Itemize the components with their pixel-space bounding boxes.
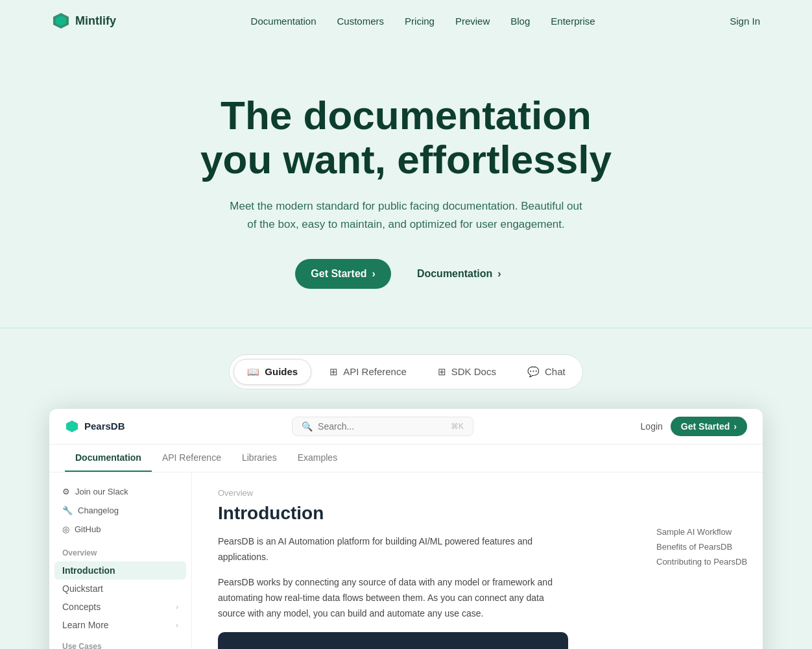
- sidebar-github[interactable]: ◎ GitHub: [57, 520, 184, 538]
- book-icon: 📖: [247, 366, 259, 378]
- get-started-button[interactable]: Get Started ›: [295, 259, 391, 289]
- demo-nav-right: Login Get Started ›: [641, 417, 747, 436]
- chat-icon: 💬: [527, 366, 540, 378]
- logo-icon: [52, 12, 70, 30]
- main-title: Introduction: [218, 503, 620, 524]
- demo-tab-api-reference[interactable]: API Reference: [152, 445, 232, 472]
- sidebar-join-slack[interactable]: ⚙ Join our Slack: [57, 483, 184, 500]
- demo-main: Overview Introduction PearsDB is an AI A…: [192, 472, 646, 649]
- sidebar-changelog[interactable]: 🔧 Changelog: [57, 502, 184, 519]
- main-text-1: PearsDB is an AI Automation platform for…: [218, 534, 568, 565]
- demo-get-started-button[interactable]: Get Started ›: [671, 417, 747, 436]
- toc-item-benefits[interactable]: Benefits of PearsDB: [656, 539, 752, 554]
- demo-toc: Sample AI Workflow Benefits of PearsDB C…: [646, 472, 763, 649]
- logo-link[interactable]: Mintlify: [52, 12, 116, 30]
- nav-customers[interactable]: Customers: [337, 16, 385, 27]
- search-icon: 🔍: [302, 421, 313, 432]
- nav-preview[interactable]: Preview: [455, 16, 490, 27]
- sidebar-utility: ⚙ Join our Slack 🔧 Changelog ◎ GitHub: [49, 483, 191, 538]
- feature-tabs-section: 📖 Guides ⊞ API Reference ⊞ SDK Docs 💬 Ch…: [0, 328, 812, 389]
- demo-sidebar: ⚙ Join our Slack 🔧 Changelog ◎ GitHub Ov…: [49, 472, 192, 649]
- breadcrumb: Overview: [218, 488, 620, 498]
- main-text-2: PearsDB works by connecting any source o…: [218, 575, 568, 621]
- demo-logo-text: PearsDB: [84, 421, 125, 432]
- svg-marker-2: [66, 421, 78, 432]
- toc-item-sample-workflow[interactable]: Sample AI Workflow: [656, 524, 752, 539]
- hero-section: The documentation you want, effortlessly…: [0, 42, 812, 328]
- demo-section: PearsDB 🔍 ⌘K Login Get Started › Documen…: [0, 409, 812, 649]
- sidebar-item-quickstart[interactable]: Quickstart: [49, 580, 191, 598]
- hero-subtext: Meet the modern standard for public faci…: [224, 197, 588, 232]
- main-nav: Mintlify Documentation Customers Pricing…: [0, 0, 812, 42]
- search-input[interactable]: [318, 421, 446, 432]
- signin-link[interactable]: Sign In: [730, 16, 760, 27]
- hero-buttons: Get Started › Documentation ›: [13, 259, 799, 289]
- code-icon: ⊞: [329, 366, 338, 378]
- search-shortcut: ⌘K: [451, 422, 464, 431]
- toc-item-contributing[interactable]: Contributing to PearsDB: [656, 554, 752, 569]
- tab-sdk-docs[interactable]: ⊞ SDK Docs: [425, 359, 509, 385]
- demo-nav: PearsDB 🔍 ⌘K Login Get Started ›: [49, 409, 763, 445]
- sidebar-item-learn-more[interactable]: Learn More ›: [49, 616, 191, 634]
- demo-image: 130+ Data Integrations Real-Time Data 20…: [218, 632, 568, 649]
- demo-window: PearsDB 🔍 ⌘K Login Get Started › Documen…: [49, 409, 763, 649]
- demo-tabs: Documentation API Reference Libraries Ex…: [49, 445, 763, 472]
- demo-search-bar[interactable]: 🔍 ⌘K: [292, 417, 473, 436]
- nav-pricing[interactable]: Pricing: [405, 16, 435, 27]
- demo-login-link[interactable]: Login: [641, 421, 663, 432]
- changelog-icon: 🔧: [62, 506, 73, 515]
- nav-documentation[interactable]: Documentation: [251, 16, 316, 27]
- sidebar-item-concepts[interactable]: Concepts ›: [49, 598, 191, 616]
- tab-guides[interactable]: 📖 Guides: [233, 359, 311, 385]
- demo-logo: PearsDB: [65, 419, 125, 434]
- demo-tab-examples[interactable]: Examples: [287, 445, 348, 472]
- sidebar-use-cases-title: Use Cases: [49, 634, 191, 649]
- documentation-button[interactable]: Documentation ›: [401, 259, 517, 289]
- demo-logo-icon: [65, 419, 79, 434]
- nav-enterprise[interactable]: Enterprise: [551, 16, 595, 27]
- demo-body: ⚙ Join our Slack 🔧 Changelog ◎ GitHub Ov…: [49, 472, 763, 649]
- grid-icon: ⊞: [438, 366, 446, 378]
- demo-tab-documentation[interactable]: Documentation: [65, 445, 152, 472]
- sidebar-overview-title: Overview: [49, 548, 191, 557]
- sidebar-item-introduction[interactable]: Introduction: [54, 561, 186, 580]
- demo-tab-libraries[interactable]: Libraries: [232, 445, 287, 472]
- nav-blog[interactable]: Blog: [510, 16, 530, 27]
- github-icon: ◎: [62, 524, 69, 534]
- hero-headline: The documentation you want, effortlessly: [147, 93, 665, 182]
- slack-icon: ⚙: [62, 487, 70, 496]
- nav-links: Documentation Customers Pricing Preview …: [251, 16, 595, 27]
- logo-text: Mintlify: [75, 14, 116, 28]
- tab-chat[interactable]: 💬 Chat: [514, 359, 579, 385]
- feature-tabs: 📖 Guides ⊞ API Reference ⊞ SDK Docs 💬 Ch…: [229, 354, 582, 389]
- tab-api-reference[interactable]: ⊞ API Reference: [316, 359, 420, 385]
